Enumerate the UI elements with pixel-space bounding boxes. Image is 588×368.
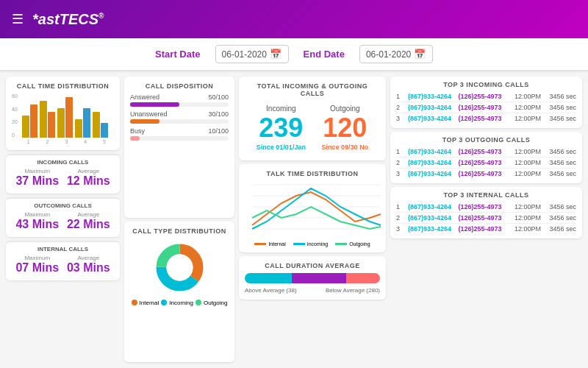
internal-legend-line [254, 243, 266, 245]
incoming-max: Maximum 37 Mins [12, 168, 63, 188]
bar-group-3 [57, 97, 73, 138]
talk-time-title: TALK TIME DISTRIBUTION [245, 170, 380, 177]
call-duration-title: CALL DURATION AVERAGE [245, 262, 380, 269]
outgoing-count: Outgoing 120 Since 09/30 No [322, 105, 369, 151]
end-date-label: End Date [304, 49, 345, 60]
bar [57, 108, 65, 138]
internal-max: Maximum 07 Mins [12, 255, 63, 275]
outgoing-calls-title: OUTCOMING CALLS [12, 202, 114, 209]
table-row: 1 (867)933-4264 (126)255-4973 12:00PM 34… [396, 146, 576, 158]
bar-group-1 [22, 105, 37, 138]
donut-legend: Internal Incoming Outgoing [130, 300, 229, 306]
top3-outgoing-card: TOP 3 OUTGOING CALLS 1 (867)933-4264 (12… [390, 132, 582, 183]
y-axis: 6040200 [12, 93, 19, 138]
svg-point-3 [166, 255, 193, 281]
total-calls-card: TOTAL INCOMING & OUTGOING CALLS Incoming… [239, 77, 386, 160]
call-time-distribution-title: CALL TIME DISTRIBUTION [12, 82, 114, 90]
total-calls-content: Incoming 239 Since 01/01/Jan Outgoing 12… [245, 101, 380, 155]
top3-incoming-card: TOP 3 INCOMING CALLS 1 (867)933-4264 (12… [390, 77, 582, 128]
internal-avg: Average 03 Mins [63, 255, 115, 275]
bar [40, 101, 47, 138]
incoming-calls-stats: Maximum 37 Mins Average 12 Mins [12, 168, 114, 188]
date-bar: Start Date 06-01-2020 📅 End Date 06-01-2… [0, 38, 588, 71]
incoming-calls-title: INCOMING CALLS [12, 159, 114, 166]
table-row: 3 (867)933-4264 (126)255-4973 12:00PM 34… [396, 224, 576, 234]
total-calls-title: TOTAL INCOMING & OUTGOING CALLS [245, 82, 380, 97]
internal-calls-card: INTERNAL CALLS Maximum 07 Mins Average 0… [6, 241, 120, 280]
table-row: 3 (867)933-4264 (126)255-4973 12:00PM 34… [396, 113, 576, 124]
mid-column: TOTAL INCOMING & OUTGOING CALLS Incoming… [239, 77, 386, 362]
internal-calls-title: INTERNAL CALLS [12, 246, 114, 252]
disposition-answered: Answered 50/100 [130, 93, 229, 107]
outgoing-max: Maximum 43 Mins [12, 211, 63, 231]
top3-incoming-title: TOP 3 INCOMING CALLS [396, 81, 576, 88]
end-calendar-icon: 📅 [414, 49, 426, 60]
end-date-input[interactable]: 06-01-2020 📅 [359, 45, 433, 63]
talk-time-card: TALK TIME DISTRIBUTION [239, 164, 386, 252]
bar [22, 116, 29, 138]
outgoing-calls-stats: Maximum 43 Mins Average 22 Mins [12, 211, 114, 231]
line-chart [245, 181, 380, 240]
bar [75, 119, 82, 138]
call-time-distribution-card: CALL TIME DISTRIBUTION 6040200 [6, 77, 120, 150]
start-date-label: Start Date [155, 49, 200, 60]
line-chart-legend: Internal Incoming Outgoing [245, 241, 380, 247]
call-disposition-card: CALL DISPOSITION Answered 50/100 Unanswe… [124, 77, 234, 218]
outgoing-avg: Average 22 Mins [63, 211, 115, 231]
incoming-count: Incoming 239 Since 01/01/Jan [257, 105, 306, 151]
bar-group-2 [40, 101, 55, 138]
call-duration-card: CALL DURATION AVERAGE Above Average (38)… [239, 256, 386, 300]
mid-left-column: CALL DISPOSITION Answered 50/100 Unanswe… [124, 77, 234, 362]
top3-outgoing-title: TOP 3 OUTGOING CALLS [396, 136, 576, 144]
right-column: TOP 3 INCOMING CALLS 1 (867)933-4264 (12… [390, 77, 582, 362]
bar-group-5 [93, 112, 108, 138]
bar [65, 97, 73, 138]
table-row: 3 (867)933-4264 (126)255-4973 12:00PM 34… [396, 169, 576, 179]
table-row: 1 (867)933-4264 (126)255-4973 12:00PM 34… [396, 202, 576, 213]
disposition-busy: Busy 10/100 [130, 127, 229, 141]
table-row: 2 (867)933-4264 (126)255-4973 12:00PM 34… [396, 213, 576, 224]
bar [48, 112, 55, 138]
left-column: CALL TIME DISTRIBUTION 6040200 [6, 77, 120, 362]
bar-chart [19, 93, 114, 138]
duration-bars [245, 273, 380, 283]
call-type-distribution-card: CALL TYPE DISTRIBUTION Internal [124, 222, 234, 363]
incoming-avg: Average 12 Mins [63, 168, 115, 188]
hamburger-icon[interactable]: ☰ [12, 11, 24, 27]
bar [30, 105, 37, 138]
header: ☰ *astTECS® [0, 0, 588, 38]
bar [83, 108, 90, 138]
incoming-calls-card: INCOMING CALLS Maximum 37 Mins Average 1… [6, 154, 120, 194]
table-row: 1 (867)933-4264 (126)255-4973 12:00PM 34… [396, 91, 576, 102]
donut-chart [130, 238, 229, 297]
table-row: 2 (867)933-4264 (126)255-4973 12:00PM 34… [396, 102, 576, 113]
incoming-legend-line [293, 243, 305, 245]
bar-group-4 [75, 108, 90, 138]
top3-internal-card: TOP 3 INTERNAL CALLS 1 (867)933-4264 (12… [390, 187, 582, 238]
main-content: CALL TIME DISTRIBUTION 6040200 [0, 71, 588, 368]
call-type-title: CALL TYPE DISTRIBUTION [130, 227, 229, 235]
top3-internal-title: TOP 3 INTERNAL CALLS [396, 191, 576, 199]
bar [93, 112, 100, 138]
logo: *astTECS® [32, 11, 104, 28]
outgoing-calls-card: OUTCOMING CALLS Maximum 43 Mins Average … [6, 197, 120, 237]
bar [101, 123, 108, 138]
start-date-input[interactable]: 06-01-2020 📅 [215, 45, 289, 63]
start-calendar-icon: 📅 [270, 49, 282, 60]
internal-calls-stats: Maximum 07 Mins Average 03 Mins [12, 255, 114, 275]
disposition-unanswered: Unanswered 30/100 [130, 110, 229, 124]
call-disposition-title: CALL DISPOSITION [130, 82, 229, 90]
table-row: 2 (867)933-4264 (126)255-4973 12:00PM 34… [396, 158, 576, 169]
duration-labels: Above Average (38) Below Average (280) [245, 287, 380, 294]
outgoing-legend-line [335, 243, 347, 245]
x-axis: 12345 [19, 139, 114, 144]
